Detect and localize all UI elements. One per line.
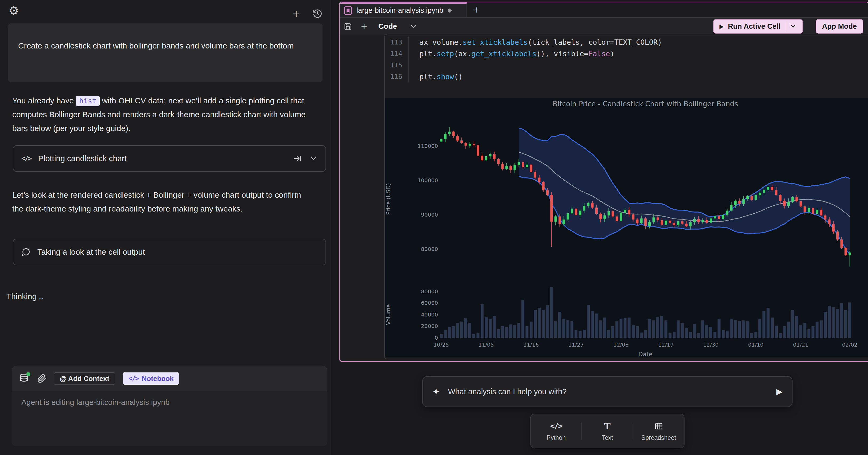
assistant-text: You already have xyxy=(12,96,76,105)
tab-title: large-bitcoin-analysis.ipynb xyxy=(356,6,443,15)
svg-text:0: 0 xyxy=(435,334,438,341)
save-button[interactable] xyxy=(344,22,352,30)
chevron-down-icon[interactable] xyxy=(310,155,317,162)
spreadsheet-grid-icon xyxy=(654,421,663,431)
svg-text:110000: 110000 xyxy=(417,143,438,149)
notebook-toolbar: + Code ▶ Run Active Cell App Mode xyxy=(340,18,868,35)
insert-python-button[interactable]: </> Python xyxy=(531,421,582,442)
play-icon: ▶ xyxy=(719,24,723,29)
assistant-text: Let’s look at the rendered candlestick +… xyxy=(12,191,301,213)
user-message-text: Create a candlestick chart with bollinge… xyxy=(18,41,294,50)
price-axis-label: Price (USD) xyxy=(385,183,392,215)
svg-text:80000: 80000 xyxy=(421,288,438,295)
chat-panel: ⚙ + Create a candlestick chart with boll… xyxy=(0,0,331,455)
run-active-cell-button[interactable]: ▶ Run Active Cell xyxy=(713,19,803,34)
plus-icon: + xyxy=(293,8,300,20)
python-code-icon: </> xyxy=(550,421,562,431)
chat-input[interactable]: Agent is editing large-bitcoin-analysis.… xyxy=(12,391,328,446)
svg-text:20000: 20000 xyxy=(421,323,438,329)
thinking-status: Thinking .. xyxy=(6,292,43,301)
data-source-button[interactable] xyxy=(19,373,30,384)
text-icon: T xyxy=(604,421,611,431)
code-line[interactable]: 113ax_volume.set_xticklabels(tick_labels… xyxy=(385,36,868,48)
plus-icon: + xyxy=(361,21,367,32)
line-number: 115 xyxy=(385,61,402,69)
notebook-mode-label: Notebook xyxy=(142,375,174,383)
connected-status-dot xyxy=(26,372,30,376)
chart-title: Bitcoin Price - Candlestick Chart with B… xyxy=(553,100,738,108)
notebook-panel: large-bitcoin-analysis.ipynb + + Code ▶ … xyxy=(339,2,868,362)
paperclip-icon xyxy=(37,374,46,383)
new-chat-button[interactable]: + xyxy=(293,8,300,20)
svg-text:11/16: 11/16 xyxy=(523,342,539,348)
chat-composer: @ Add Context </> Notebook Agent is edit… xyxy=(12,366,328,446)
insert-spreadsheet-button[interactable]: Spreadsheet xyxy=(633,421,684,442)
code-line[interactable]: 114plt.setp(ax.get_xticklabels(), visibl… xyxy=(385,48,868,59)
app-root: ⚙ + Create a candlestick chart with boll… xyxy=(0,0,868,455)
notebook-mode-button[interactable]: </> Notebook xyxy=(123,372,179,385)
svg-text:11/05: 11/05 xyxy=(478,342,494,348)
unsaved-indicator-dot xyxy=(447,8,452,12)
send-icon[interactable]: ▶ xyxy=(776,388,782,396)
cell-output-figure: Bitcoin Price - Candlestick Chart with B… xyxy=(385,98,868,358)
tool-label: Spreadsheet xyxy=(642,434,676,442)
analysis-prompt-placeholder: What analysis can I help you with? xyxy=(448,387,768,396)
cell-insert-toolbar: </> Python T Text Spreadsheet xyxy=(530,414,685,448)
user-message-card: Create a candlestick chart with bollinge… xyxy=(8,24,322,82)
code-text xyxy=(408,59,419,71)
history-button[interactable] xyxy=(312,9,322,19)
svg-text:12/08: 12/08 xyxy=(613,342,629,348)
settings-gear-icon[interactable]: ⚙ xyxy=(8,5,19,17)
code-icon: </> xyxy=(21,155,31,162)
cell-type-value: Code xyxy=(378,22,397,31)
svg-text:12/19: 12/19 xyxy=(658,342,674,348)
code-editor[interactable]: 113ax_volume.set_xticklabels(tick_labels… xyxy=(385,34,868,82)
add-context-button[interactable]: @ Add Context xyxy=(54,372,115,385)
chevron-down-icon xyxy=(410,23,417,30)
button-divider xyxy=(785,22,785,30)
tool-step-cell-output[interactable]: Taking a look at the cell output xyxy=(13,239,326,265)
code-line[interactable]: 116plt.show() xyxy=(385,71,868,82)
composer-toolbar: @ Add Context </> Notebook xyxy=(12,366,328,391)
code-line[interactable]: 115 xyxy=(385,59,868,71)
tab-notebook-file[interactable]: large-bitcoin-analysis.ipynb xyxy=(340,2,467,17)
tool-step-plotting[interactable]: </> Plotting candlestick chart xyxy=(13,145,326,172)
active-code-cell[interactable]: 113ax_volume.set_xticklabels(tick_labels… xyxy=(384,34,868,359)
svg-text:01/21: 01/21 xyxy=(793,342,809,348)
history-clock-icon xyxy=(312,9,322,19)
volume-axis-label: Volume xyxy=(385,304,392,325)
line-number: 116 xyxy=(385,73,402,80)
svg-text:12/30: 12/30 xyxy=(703,342,719,348)
code-text: plt.setp(ax.get_xticklabels(), visible=F… xyxy=(408,48,615,59)
floppy-save-icon xyxy=(344,22,352,30)
tool-step-label: Plotting candlestick chart xyxy=(38,154,127,163)
cell-type-dropdown[interactable]: Code xyxy=(378,22,417,31)
tool-step-label: Taking a look at the cell output xyxy=(37,248,145,257)
svg-text:01/10: 01/10 xyxy=(748,342,764,348)
chat-bubble-icon xyxy=(21,248,30,257)
svg-text:10/25: 10/25 xyxy=(433,342,449,348)
jump-to-icon[interactable] xyxy=(293,155,302,162)
svg-text:40000: 40000 xyxy=(421,312,438,318)
tool-label: Python xyxy=(547,434,566,442)
app-mode-button[interactable]: App Mode xyxy=(816,19,863,34)
run-active-cell-label: Run Active Cell xyxy=(728,22,780,31)
code-text: plt.show() xyxy=(408,71,463,82)
new-tab-button[interactable]: + xyxy=(467,2,486,17)
candlestick-chart: Bitcoin Price - Candlestick Chart with B… xyxy=(385,98,868,358)
add-cell-button[interactable]: + xyxy=(361,21,367,32)
insert-text-button[interactable]: T Text xyxy=(582,421,632,442)
analysis-prompt-bar[interactable]: ✦ What analysis can I help you with? ▶ xyxy=(422,376,793,407)
inline-code-chip: hist xyxy=(76,96,100,106)
line-number: 114 xyxy=(385,50,402,58)
assistant-message-2: Let’s look at the rendered candlestick +… xyxy=(12,188,308,216)
chevron-down-icon[interactable] xyxy=(789,23,797,30)
tab-bar: large-bitcoin-analysis.ipynb + xyxy=(340,2,868,18)
assistant-message: You already have hist with OHLCV data; n… xyxy=(12,94,319,135)
date-axis-label: Date xyxy=(638,351,652,358)
attach-file-button[interactable] xyxy=(37,374,46,383)
code-icon: </> xyxy=(128,375,138,382)
tool-label: Text xyxy=(602,434,613,442)
line-number: 113 xyxy=(385,38,402,46)
chat-input-placeholder: Agent is editing large-bitcoin-analysis.… xyxy=(21,398,169,407)
